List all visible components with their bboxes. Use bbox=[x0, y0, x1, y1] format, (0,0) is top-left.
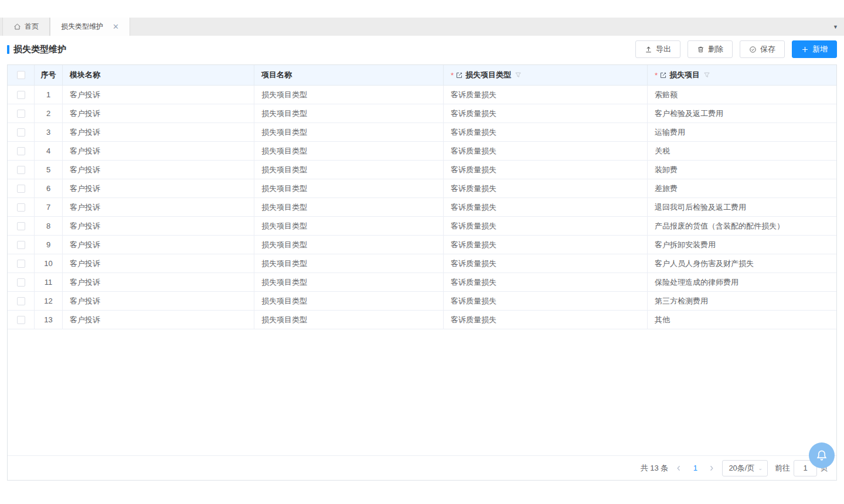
cell-project: 损失项目类型 bbox=[254, 104, 444, 122]
tab-bar: 首页 损失类型维护 ✕ ▼ bbox=[0, 18, 844, 36]
cell-project: 损失项目类型 bbox=[254, 123, 444, 141]
cell-index: 1 bbox=[35, 86, 63, 104]
row-select-cell bbox=[8, 254, 35, 273]
table-row: 2 客户投诉 损失项目类型 客诉质量损失 客户检验及返工费用 bbox=[8, 104, 836, 123]
row-select-cell bbox=[8, 311, 35, 329]
cell-loss-type: 客诉质量损失 bbox=[444, 273, 648, 291]
next-page-chevron-right-icon[interactable] bbox=[708, 465, 715, 472]
notification-bell-button[interactable] bbox=[809, 442, 835, 468]
cell-module: 客户投诉 bbox=[63, 142, 254, 160]
cell-module: 客户投诉 bbox=[63, 104, 254, 122]
cell-project: 损失项目类型 bbox=[254, 292, 444, 310]
cell-project: 损失项目类型 bbox=[254, 217, 444, 235]
cell-loss-item: 差旅费 bbox=[648, 179, 836, 197]
header-cell-module: 模块名称 bbox=[63, 65, 254, 85]
row-checkbox[interactable] bbox=[17, 241, 25, 249]
cell-index: 6 bbox=[35, 179, 63, 197]
row-select-cell bbox=[8, 123, 35, 141]
cell-loss-type: 客诉质量损失 bbox=[444, 292, 648, 310]
cell-module: 客户投诉 bbox=[63, 254, 254, 273]
add-button[interactable]: 新增 bbox=[792, 40, 837, 58]
edit-icon bbox=[659, 71, 667, 79]
select-all-checkbox[interactable] bbox=[17, 71, 25, 79]
row-checkbox[interactable] bbox=[17, 297, 25, 305]
cell-loss-type: 客诉质量损失 bbox=[444, 86, 648, 104]
cell-loss-type: 客诉质量损失 bbox=[444, 161, 648, 179]
row-checkbox[interactable] bbox=[17, 110, 25, 118]
upload-icon bbox=[645, 46, 652, 53]
filter-icon[interactable] bbox=[703, 71, 710, 79]
tab-list-chevron-down-icon[interactable]: ▼ bbox=[833, 18, 838, 36]
home-icon bbox=[13, 23, 21, 30]
table-row: 4 客户投诉 损失项目类型 客诉质量损失 关税 bbox=[8, 142, 836, 161]
cell-loss-type: 客诉质量损失 bbox=[444, 311, 648, 329]
tab-home[interactable]: 首页 bbox=[2, 18, 50, 36]
row-checkbox[interactable] bbox=[17, 91, 25, 99]
row-select-cell bbox=[8, 236, 35, 254]
table-row: 13 客户投诉 损失项目类型 客诉质量损失 其他 bbox=[8, 311, 836, 329]
header-cell-select bbox=[8, 65, 35, 85]
cell-module: 客户投诉 bbox=[63, 311, 254, 329]
plus-icon bbox=[801, 46, 809, 53]
cell-project: 损失项目类型 bbox=[254, 236, 444, 254]
cell-loss-type: 客诉质量损失 bbox=[444, 104, 648, 122]
row-select-cell bbox=[8, 86, 35, 104]
row-checkbox[interactable] bbox=[17, 278, 25, 287]
table-row: 3 客户投诉 损失项目类型 客诉质量损失 运输费用 bbox=[8, 123, 836, 142]
page-title-text: 损失类型维护 bbox=[13, 44, 66, 55]
cell-module: 客户投诉 bbox=[63, 161, 254, 179]
cell-project: 损失项目类型 bbox=[254, 86, 444, 104]
page-size-select[interactable]: 20条/页 ⌄ bbox=[722, 460, 768, 476]
bell-icon bbox=[815, 449, 828, 462]
header-cell-project: 项目名称 bbox=[254, 65, 444, 85]
row-checkbox[interactable] bbox=[17, 147, 25, 155]
row-select-cell bbox=[8, 273, 35, 291]
cell-loss-type: 客诉质量损失 bbox=[444, 198, 648, 216]
table-row: 12 客户投诉 损失项目类型 客诉质量损失 第三方检测费用 bbox=[8, 292, 836, 311]
cell-loss-type: 客诉质量损失 bbox=[444, 254, 648, 273]
tab-label: 损失类型维护 bbox=[61, 22, 103, 32]
cell-module: 客户投诉 bbox=[63, 273, 254, 291]
loss-type-table: 序号 模块名称 项目名称 * 损失项目类型 * 损失项目 bbox=[7, 64, 837, 481]
page-header: 损失类型维护 导出 删除 保存 新增 bbox=[7, 38, 837, 61]
header-cell-loss-item: * 损失项目 bbox=[648, 65, 836, 85]
row-checkbox[interactable] bbox=[17, 260, 25, 268]
check-circle-icon bbox=[749, 46, 757, 53]
row-checkbox[interactable] bbox=[17, 185, 25, 193]
cell-module: 客户投诉 bbox=[63, 198, 254, 216]
table-body: 1 客户投诉 损失项目类型 客诉质量损失 索赔额 2 客户投诉 损失项目类型 客… bbox=[8, 86, 836, 329]
cell-loss-item: 退回我司后检验及返工费用 bbox=[648, 198, 836, 216]
cell-index: 4 bbox=[35, 142, 63, 160]
tab-loss-type-maintenance[interactable]: 损失类型维护 ✕ bbox=[50, 18, 130, 36]
tab-home-label: 首页 bbox=[25, 22, 39, 32]
row-checkbox[interactable] bbox=[17, 316, 25, 324]
toolbar: 导出 删除 保存 新增 bbox=[635, 40, 837, 58]
cell-loss-item: 产品报废的货值（含装配的配件损失） bbox=[648, 217, 836, 235]
filter-icon[interactable] bbox=[515, 71, 522, 79]
cell-index: 7 bbox=[35, 198, 63, 216]
required-asterisk: * bbox=[655, 71, 658, 80]
edit-icon bbox=[455, 71, 463, 79]
cell-index: 5 bbox=[35, 161, 63, 179]
cell-project: 损失项目类型 bbox=[254, 179, 444, 197]
chevron-down-icon: ⌄ bbox=[758, 465, 763, 471]
trash-icon bbox=[697, 46, 705, 53]
export-button[interactable]: 导出 bbox=[635, 40, 680, 58]
save-button[interactable]: 保存 bbox=[740, 40, 785, 58]
row-checkbox[interactable] bbox=[17, 203, 25, 212]
cell-module: 客户投诉 bbox=[63, 292, 254, 310]
cell-index: 12 bbox=[35, 292, 63, 310]
cell-index: 11 bbox=[35, 273, 63, 291]
close-icon[interactable]: ✕ bbox=[113, 23, 119, 30]
cell-loss-item: 关税 bbox=[648, 142, 836, 160]
row-checkbox[interactable] bbox=[17, 128, 25, 137]
cell-loss-item: 装卸费 bbox=[648, 161, 836, 179]
row-checkbox[interactable] bbox=[17, 222, 25, 230]
row-select-cell bbox=[8, 217, 35, 235]
delete-button[interactable]: 删除 bbox=[688, 40, 733, 58]
prev-page-chevron-left-icon[interactable] bbox=[675, 465, 682, 472]
row-checkbox[interactable] bbox=[17, 166, 25, 174]
row-select-cell bbox=[8, 161, 35, 179]
page-number-current[interactable]: 1 bbox=[689, 464, 701, 472]
cell-loss-type: 客诉质量损失 bbox=[444, 142, 648, 160]
